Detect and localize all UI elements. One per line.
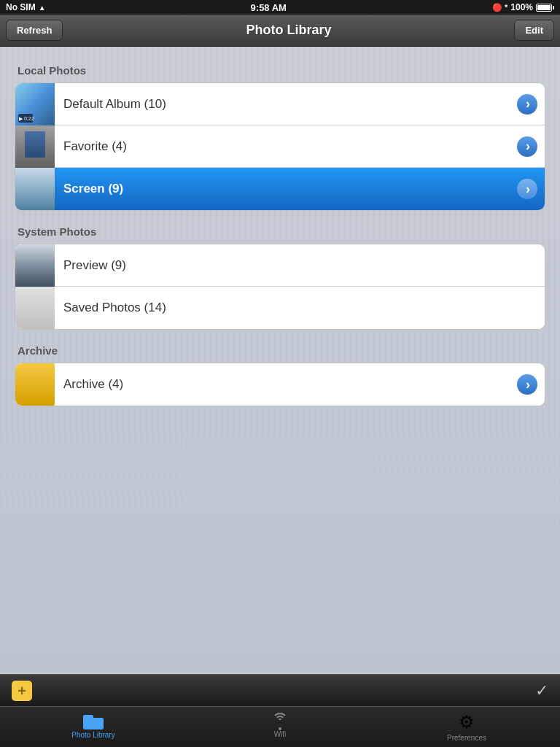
album-item-saved[interactable]: Saved Photos (14)	[15, 287, 545, 329]
tab-bar: Photo Library Wifi ⚙ Preferences	[0, 706, 560, 747]
chevron-icon-archive	[517, 374, 537, 395]
tab-photo-library[interactable]: Photo Library	[0, 707, 187, 747]
bottom-toolbar: ✓	[0, 674, 560, 706]
album-label-favorite: Favorite (4)	[55, 139, 517, 154]
add-button[interactable]	[12, 681, 32, 701]
section-header-archive: Archive	[15, 344, 545, 357]
album-thumbnail-saved	[15, 287, 55, 329]
chevron-icon-favorite	[517, 136, 537, 157]
gear-icon: ⚙	[459, 712, 475, 732]
carrier-label: No SIM	[6, 2, 36, 12]
edit-button[interactable]: Edit	[514, 20, 554, 41]
album-item-screen[interactable]: Screen (9)	[15, 168, 545, 210]
album-label-default: Default Album (10)	[55, 97, 517, 112]
tab-label-preferences: Preferences	[447, 734, 486, 742]
album-thumbnail-screen	[15, 168, 55, 210]
tab-label-wifi: Wifi	[274, 730, 287, 738]
chevron-icon-screen	[517, 179, 537, 199]
battery-label: 100%	[510, 2, 533, 12]
album-thumbnail-archive	[15, 363, 55, 406]
section-header-local: Local Photos	[15, 64, 545, 77]
wifi-status-icon: ▲	[39, 4, 45, 12]
photo-library-icon	[83, 715, 104, 729]
chevron-icon-default	[517, 94, 537, 115]
status-left: No SIM ▲	[6, 2, 45, 12]
album-item-archive[interactable]: Archive (4)	[15, 363, 545, 406]
album-thumbnail-default	[15, 83, 55, 125]
local-photos-list: Default Album (10) Favorite (4) Screen (…	[15, 82, 545, 211]
album-item-default[interactable]: Default Album (10)	[15, 83, 545, 125]
album-label-screen: Screen (9)	[55, 182, 517, 196]
album-thumbnail-favorite	[15, 125, 55, 168]
page-title: Photo Library	[246, 23, 331, 38]
bluetooth-icon: 🔴 *	[492, 3, 508, 12]
status-bar: No SIM ▲ 9:58 AM 🔴 * 100%	[0, 0, 560, 15]
status-time: 9:58 AM	[251, 2, 287, 13]
battery-icon	[536, 4, 554, 12]
system-photos-list: Preview (9) Saved Photos (14)	[15, 244, 545, 330]
checkmark-icon[interactable]: ✓	[535, 681, 548, 700]
status-right: 🔴 * 100%	[492, 2, 554, 12]
refresh-button[interactable]: Refresh	[6, 20, 63, 41]
album-item-favorite[interactable]: Favorite (4)	[15, 125, 545, 168]
album-item-preview[interactable]: Preview (9)	[15, 244, 545, 287]
album-label-preview: Preview (9)	[55, 258, 545, 273]
section-header-system: System Photos	[15, 225, 545, 238]
album-label-archive: Archive (4)	[55, 377, 517, 392]
archive-list: Archive (4)	[15, 363, 545, 406]
nav-bar: Refresh Photo Library Edit	[0, 15, 560, 47]
album-thumbnail-preview	[15, 244, 55, 287]
tab-wifi[interactable]: Wifi	[187, 707, 373, 747]
wifi-icon	[271, 716, 289, 729]
album-label-saved: Saved Photos (14)	[55, 301, 545, 315]
tab-label-photo-library: Photo Library	[71, 731, 114, 739]
tab-preferences[interactable]: ⚙ Preferences	[373, 707, 560, 747]
main-content: Local Photos Default Album (10) Favorite…	[0, 47, 560, 674]
